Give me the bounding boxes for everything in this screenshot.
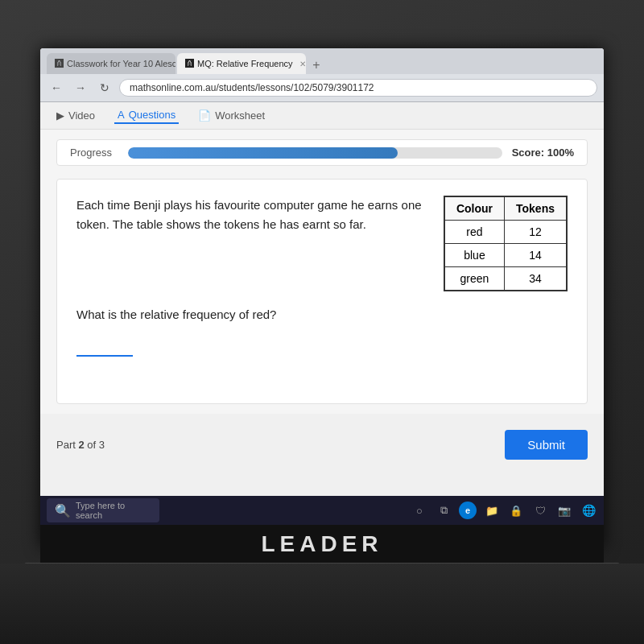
address-bar-row: ← → ↻ mathsonline.com.au/students/lesson… — [40, 74, 604, 101]
browser-chrome: 🅰 Classwork for Year 10 Alesco Ch... ✕ 🅰… — [40, 48, 604, 102]
main-content: Progress Score: 100% Each time Benji pla… — [40, 130, 604, 414]
camera-icon[interactable]: 📷 — [555, 502, 573, 519]
tab-worksheet-label: Worksheet — [215, 109, 265, 122]
file-explorer-icon[interactable]: 📁 — [483, 502, 501, 519]
tab-video[interactable]: ▶ Video — [53, 108, 98, 123]
tab-active-close[interactable]: ✕ — [299, 60, 306, 68]
taskbar-search-text: Type here to search — [76, 501, 151, 520]
tab-active-icon: 🅰 — [185, 59, 194, 68]
lock-icon[interactable]: 🔒 — [507, 502, 525, 519]
edge-icon[interactable]: e — [459, 502, 477, 519]
progress-label: Progress — [70, 147, 118, 159]
progress-bar-container — [128, 147, 502, 159]
tab-active-label: MQ: Relative Frequency — [197, 59, 293, 68]
taskbar-search[interactable]: 🔍 Type here to search — [47, 498, 159, 522]
tab-video-label: Video — [68, 109, 95, 122]
part-text: Part 2 of 3 — [56, 439, 105, 451]
new-tab-button[interactable]: + — [308, 56, 325, 74]
table-header-tokens: Tokens — [505, 196, 567, 221]
table-row: green 34 — [444, 267, 567, 291]
part-label: Part — [56, 439, 76, 451]
laptop-screen: 🅰 Classwork for Year 10 Alesco Ch... ✕ 🅰… — [40, 48, 604, 547]
taskview-icon[interactable]: ⧉ — [435, 502, 452, 519]
taskbar: 🔍 Type here to search ○ ⧉ e 📁 🔒 🛡 📷 🌐 — [40, 496, 604, 525]
laptop-bottom — [0, 564, 644, 644]
answer-input[interactable] — [76, 332, 133, 357]
video-icon: ▶ — [56, 109, 64, 122]
question-area: Each time Benji plays his favourite comp… — [56, 179, 588, 404]
forward-button[interactable]: → — [71, 78, 90, 97]
bottom-bar: Part 2 of 3 Submit — [40, 420, 604, 469]
questions-icon: A — [118, 109, 125, 121]
table-header-colour: Colour — [444, 196, 505, 221]
tab-classwork-label: Classwork for Year 10 Alesco Ch... — [67, 59, 175, 68]
question-content: Each time Benji plays his favourite comp… — [76, 196, 568, 291]
content-tabs: ▶ Video A Questions 📄 Worksheet — [40, 102, 604, 130]
worksheet-icon: 📄 — [198, 109, 211, 122]
tab-worksheet[interactable]: 📄 Worksheet — [195, 108, 268, 123]
back-button[interactable]: ← — [47, 78, 66, 97]
chrome-icon[interactable]: 🌐 — [580, 502, 597, 519]
progress-bar-fill — [128, 147, 398, 159]
tab-relative-frequency[interactable]: 🅰 MQ: Relative Frequency ✕ — [177, 53, 306, 74]
submit-button[interactable]: Submit — [505, 430, 588, 460]
refresh-button[interactable]: ↻ — [95, 78, 114, 97]
tab-classwork-icon: 🅰 — [55, 59, 64, 68]
table-row: red 12 — [444, 221, 567, 244]
vpn-icon[interactable]: 🛡 — [531, 502, 549, 519]
table-cell-colour-red: red — [444, 221, 505, 244]
question-body: Each time Benji plays his favourite comp… — [76, 196, 431, 234]
part-suffix: of 3 — [87, 439, 105, 451]
tab-questions[interactable]: A Questions — [114, 107, 179, 124]
table-cell-colour-green: green — [444, 267, 505, 291]
cortana-icon[interactable]: ○ — [411, 502, 428, 519]
address-text: mathsonline.com.au/students/lessons/102/… — [130, 82, 374, 93]
part-number: 2 — [78, 439, 84, 451]
score-text: Score: 100% — [512, 147, 574, 159]
table-cell-colour-blue: blue — [444, 244, 505, 267]
table-cell-tokens-blue: 14 — [505, 244, 567, 267]
taskbar-search-icon: 🔍 — [55, 503, 71, 518]
brand-text: LEADER — [261, 531, 382, 557]
brand-bar: LEADER — [40, 525, 604, 564]
tab-questions-label: Questions — [129, 109, 176, 121]
table-row: blue 14 — [444, 244, 567, 267]
address-input[interactable]: mathsonline.com.au/students/lessons/102/… — [119, 79, 597, 97]
taskbar-icons: ○ ⧉ e 📁 🔒 🛡 📷 🌐 — [411, 502, 597, 519]
progress-section: Progress Score: 100% — [56, 139, 588, 166]
tab-bar: 🅰 Classwork for Year 10 Alesco Ch... ✕ 🅰… — [40, 48, 604, 74]
tab-classwork[interactable]: 🅰 Classwork for Year 10 Alesco Ch... ✕ — [47, 53, 175, 74]
question-prompt: What is the relative frequency of red? — [76, 308, 568, 321]
token-table: Colour Tokens red 12 blue 14 — [444, 196, 568, 291]
table-cell-tokens-green: 34 — [505, 267, 567, 291]
table-cell-tokens-red: 12 — [505, 221, 567, 244]
